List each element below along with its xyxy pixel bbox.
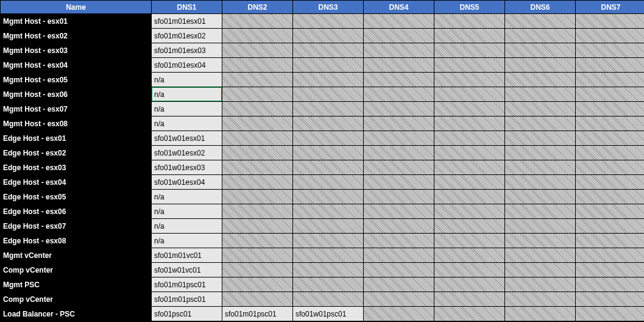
dns-cell-empty[interactable] <box>505 277 576 292</box>
dns-cell-empty[interactable] <box>222 248 293 263</box>
dns-cell-empty[interactable] <box>576 175 645 190</box>
dns-cell-empty[interactable] <box>364 160 434 175</box>
name-cell[interactable]: Mgmt Host - esx01 <box>1 14 152 29</box>
dns-cell-empty[interactable] <box>576 73 645 87</box>
dns-cell-empty[interactable] <box>293 160 364 175</box>
dns-cell[interactable]: sfo01w01esx03 <box>152 160 222 175</box>
dns-cell-empty[interactable] <box>293 116 364 131</box>
dns-cell-empty[interactable] <box>222 73 293 87</box>
name-cell[interactable]: Edge Host - esx04 <box>1 175 152 190</box>
name-cell[interactable]: Mgmt Host - esx03 <box>1 43 152 58</box>
dns-cell-empty[interactable] <box>505 204 576 219</box>
dns-cell-empty[interactable] <box>434 292 505 307</box>
dns-cell[interactable]: sfo01m01esx03 <box>152 43 222 58</box>
dns-cell-empty[interactable] <box>505 234 576 248</box>
dns-cell-empty[interactable] <box>293 73 364 87</box>
dns-cell-empty[interactable] <box>364 29 434 43</box>
dns-cell-empty[interactable] <box>576 146 645 160</box>
dns-cell-empty[interactable] <box>505 87 576 102</box>
dns-cell-empty[interactable] <box>364 58 434 73</box>
dns-cell-empty[interactable] <box>576 292 645 307</box>
dns-cell-empty[interactable] <box>222 219 293 234</box>
dns-cell-empty[interactable] <box>576 248 645 263</box>
dns-cell-empty[interactable] <box>576 277 645 292</box>
header-dns3[interactable]: DNS3 <box>293 1 364 14</box>
dns-cell-empty[interactable] <box>505 29 576 43</box>
header-dns2[interactable]: DNS2 <box>222 1 293 14</box>
name-cell[interactable]: Mgmt Host - esx06 <box>1 87 152 102</box>
dns-cell[interactable]: n/a <box>152 219 222 234</box>
dns-cell-empty[interactable] <box>434 307 505 321</box>
dns-cell-empty[interactable] <box>576 102 645 116</box>
dns-cell-empty[interactable] <box>222 14 293 29</box>
dns-cell-empty[interactable] <box>576 263 645 277</box>
dns-cell-empty[interactable] <box>222 43 293 58</box>
dns-cell-empty[interactable] <box>222 29 293 43</box>
dns-cell-empty[interactable] <box>364 307 434 321</box>
name-cell[interactable]: Load Balancer - PSC <box>1 307 152 321</box>
dns-cell-empty[interactable] <box>222 131 293 146</box>
dns-cell-empty[interactable] <box>364 263 434 277</box>
dns-cell-empty[interactable] <box>434 43 505 58</box>
header-dns7[interactable]: DNS7 <box>576 1 645 14</box>
dns-cell-empty[interactable] <box>505 160 576 175</box>
dns-cell[interactable]: sfo01m01psc01 <box>152 292 222 307</box>
dns-cell[interactable]: sfo01w01psc01 <box>293 307 364 321</box>
header-dns6[interactable]: DNS6 <box>505 1 576 14</box>
name-cell[interactable]: Edge Host - esx07 <box>1 219 152 234</box>
dns-cell-empty[interactable] <box>434 102 505 116</box>
dns-cell-empty[interactable] <box>293 263 364 277</box>
dns-cell-empty[interactable] <box>364 87 434 102</box>
dns-cell-empty[interactable] <box>293 234 364 248</box>
dns-cell-empty[interactable] <box>364 277 434 292</box>
dns-cell-empty[interactable] <box>434 248 505 263</box>
dns-cell-empty[interactable] <box>434 146 505 160</box>
dns-cell-empty[interactable] <box>576 116 645 131</box>
dns-cell-empty[interactable] <box>576 307 645 321</box>
dns-cell[interactable]: sfo01w01esx01 <box>152 131 222 146</box>
name-cell[interactable]: Mgmt PSC <box>1 277 152 292</box>
dns-cell-empty[interactable] <box>222 175 293 190</box>
dns-cell-empty[interactable] <box>505 131 576 146</box>
name-cell[interactable]: Edge Host - esx08 <box>1 234 152 248</box>
name-cell[interactable]: Edge Host - esx01 <box>1 131 152 146</box>
dns-cell-empty[interactable] <box>434 58 505 73</box>
dns-cell-empty[interactable] <box>434 175 505 190</box>
dns-cell[interactable]: sfo01m01psc01 <box>222 307 293 321</box>
dns-cell-empty[interactable] <box>364 219 434 234</box>
header-name[interactable]: Name <box>1 1 152 14</box>
dns-cell-empty[interactable] <box>505 263 576 277</box>
dns-cell-empty[interactable] <box>293 248 364 263</box>
dns-cell-empty[interactable] <box>293 190 364 204</box>
dns-cell-empty[interactable] <box>293 87 364 102</box>
dns-cell-empty[interactable] <box>434 116 505 131</box>
dns-cell-empty[interactable] <box>576 87 645 102</box>
dns-cell-empty[interactable] <box>293 292 364 307</box>
dns-cell[interactable]: sfo01m01esx04 <box>152 58 222 73</box>
dns-cell-empty[interactable] <box>293 58 364 73</box>
dns-cell-empty[interactable] <box>576 234 645 248</box>
dns-cell-empty[interactable] <box>434 263 505 277</box>
dns-cell-empty[interactable] <box>434 29 505 43</box>
dns-cell-empty[interactable] <box>293 219 364 234</box>
dns-cell-empty[interactable] <box>505 307 576 321</box>
header-dns1[interactable]: DNS1 <box>152 1 222 14</box>
dns-cell-empty[interactable] <box>505 175 576 190</box>
dns-cell-empty[interactable] <box>222 116 293 131</box>
dns-cell-empty[interactable] <box>434 131 505 146</box>
name-cell[interactable]: Mgmt Host - esx02 <box>1 29 152 43</box>
dns-cell-empty[interactable] <box>293 29 364 43</box>
dns-cell[interactable]: sfo01w01esx04 <box>152 175 222 190</box>
header-dns5[interactable]: DNS5 <box>434 1 505 14</box>
dns-cell-empty[interactable] <box>505 292 576 307</box>
dns-cell-empty[interactable] <box>576 190 645 204</box>
dns-cell-empty[interactable] <box>364 204 434 219</box>
dns-cell[interactable]: sfo01m01esx02 <box>152 29 222 43</box>
dns-cell-empty[interactable] <box>293 277 364 292</box>
dns-cell-empty[interactable] <box>293 14 364 29</box>
dns-cell-empty[interactable] <box>434 14 505 29</box>
dns-cell[interactable]: n/a <box>152 87 222 102</box>
dns-cell[interactable]: n/a <box>152 190 222 204</box>
dns-cell-empty[interactable] <box>576 58 645 73</box>
name-cell[interactable]: Edge Host - esx03 <box>1 160 152 175</box>
